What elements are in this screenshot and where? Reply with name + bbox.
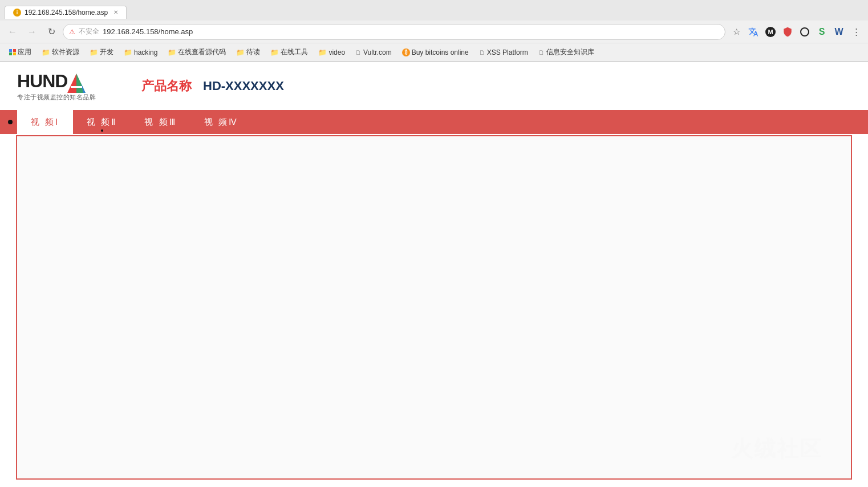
bitcoin-favicon: ₿ <box>402 48 410 56</box>
tab-favicon: i <box>13 9 21 17</box>
extension-icon-2[interactable] <box>780 25 795 39</box>
bookmark-dev[interactable]: 📁 开发 <box>85 46 118 59</box>
extension-icon-5[interactable]: W <box>832 25 846 39</box>
logo-graphic: HUND <box>17 71 96 92</box>
logo-text-hund: HUND <box>17 71 67 92</box>
insecure-label: 不安全 <box>79 27 99 36</box>
bookmark-vultr[interactable]: 🗋 Vultr.com <box>351 47 396 58</box>
bookmark-xss-label: XSS Platform <box>487 48 528 56</box>
bookmark-security-label: 信息安全知识库 <box>546 47 594 57</box>
apps-grid-icon <box>9 49 16 56</box>
svg-rect-3 <box>71 86 82 88</box>
bookmark-software[interactable]: 📁 软件资源 <box>37 46 84 59</box>
insecure-icon: ⚠ <box>69 28 75 36</box>
bookmarks-bar: 应用 📁 软件资源 📁 开发 📁 hacking 📁 在线查看源代码 📁 待读 … <box>0 43 868 62</box>
bookmark-dev-label: 开发 <box>100 47 113 57</box>
bookmark-video-label: video <box>328 48 345 56</box>
back-button[interactable]: ← <box>5 24 21 40</box>
menu-button[interactable]: ⋮ <box>849 25 863 39</box>
bookmark-toread[interactable]: 📁 待读 <box>232 46 265 59</box>
bookmark-hacking[interactable]: 📁 hacking <box>119 47 162 58</box>
address-bar-row: ← → ↻ ⚠ 不安全 192.168.245.158/home.asp ☆ M <box>0 21 868 43</box>
folder-icon: 📁 <box>42 48 50 56</box>
extension-icon-1[interactable]: M <box>763 25 778 39</box>
main-content-area: 火绒社区 <box>16 135 852 480</box>
translate-button[interactable] <box>746 25 761 39</box>
logo-subtitle: 专注于视频监控的知名品牌 <box>17 93 96 102</box>
bookmark-apps[interactable]: 应用 <box>5 46 36 59</box>
bookmark-source-label: 在线查看源代码 <box>178 47 226 57</box>
tab-title: 192.168.245.158/home.asp <box>25 9 108 17</box>
browser-toolbar-icons: ☆ M S W ⋮ <box>729 25 863 39</box>
browser-chrome: i 192.168.245.158/home.asp ✕ ← → ↻ ⚠ 不安全… <box>0 0 868 62</box>
tab-bar: i 192.168.245.158/home.asp ✕ <box>0 0 868 21</box>
tab-close-button[interactable]: ✕ <box>113 9 118 15</box>
folder-icon: 📁 <box>124 48 132 56</box>
bookmark-video[interactable]: 📁 video <box>314 47 350 58</box>
nav-dot-indicator <box>101 129 103 132</box>
product-model: HD-XXXXXXX <box>203 79 284 94</box>
bookmark-source-viewer[interactable]: 📁 在线查看源代码 <box>163 46 230 59</box>
video-placeholder <box>17 136 851 478</box>
bookmark-bitcoin[interactable]: ₿ Buy bitcoins online <box>398 47 473 58</box>
bookmark-software-label: 软件资源 <box>52 47 79 57</box>
svg-marker-0 <box>67 74 76 93</box>
nav-item-video1[interactable]: 视 频Ⅰ <box>17 110 73 134</box>
w-icon: W <box>834 27 843 37</box>
logo-triangle-a <box>67 74 86 92</box>
folder-icon: 📁 <box>270 48 279 56</box>
site-title-area: 产品名称 HD-XXXXXXX <box>141 78 284 95</box>
bookmark-bitcoin-label: Buy bitcoins online <box>412 48 469 56</box>
site-header: HUND <box>0 62 868 110</box>
page-icon: 🗋 <box>355 49 362 56</box>
folder-icon: 📁 <box>236 48 245 56</box>
main-wrapper: 火绒社区 <box>0 134 868 480</box>
circle-outline-icon <box>800 27 809 36</box>
bookmark-vultr-label: Vultr.com <box>363 48 392 56</box>
nav-item-video3[interactable]: 视 频Ⅲ <box>131 110 190 134</box>
bookmark-toread-label: 待读 <box>246 47 260 57</box>
page-content: HUND <box>0 62 868 487</box>
page-icon: 🗋 <box>479 49 485 56</box>
nav-item-video2[interactable]: 视 频Ⅱ <box>73 110 131 134</box>
bookmark-security-wiki[interactable]: 🗋 信息安全知识库 <box>534 46 599 59</box>
page-icon: 🗋 <box>538 49 545 56</box>
bookmark-online-tools[interactable]: 📁 在线工具 <box>266 46 313 59</box>
bookmark-xss[interactable]: 🗋 XSS Platform <box>474 47 533 58</box>
bookmark-tools-label: 在线工具 <box>281 47 308 57</box>
logo-area: HUND <box>17 71 96 102</box>
folder-icon: 📁 <box>168 48 176 56</box>
folder-icon: 📁 <box>318 48 327 56</box>
bookmark-hacking-label: hacking <box>134 48 157 56</box>
site-nav: 视 频Ⅰ 视 频Ⅱ 视 频Ⅲ 视 频Ⅳ <box>0 110 868 134</box>
product-label: 产品名称 <box>141 78 192 95</box>
extension-icon-3[interactable] <box>797 25 812 39</box>
bookmark-apps-label: 应用 <box>18 47 31 57</box>
black-circle-icon: M <box>765 27 776 37</box>
address-box[interactable]: ⚠ 不安全 192.168.245.158/home.asp <box>63 24 725 40</box>
bookmark-star-button[interactable]: ☆ <box>729 25 744 39</box>
s-icon: S <box>819 27 825 37</box>
extension-icon-4[interactable]: S <box>814 25 829 39</box>
folder-icon: 📁 <box>90 48 98 56</box>
forward-button[interactable]: → <box>24 24 40 40</box>
bullet-dot <box>8 120 13 124</box>
url-text: 192.168.245.158/home.asp <box>103 27 719 36</box>
nav-item-video4[interactable]: 视 频Ⅳ <box>190 110 252 134</box>
browser-tab[interactable]: i 192.168.245.158/home.asp ✕ <box>5 6 127 19</box>
reload-button[interactable]: ↻ <box>43 24 59 40</box>
logo: HUND <box>17 71 96 92</box>
